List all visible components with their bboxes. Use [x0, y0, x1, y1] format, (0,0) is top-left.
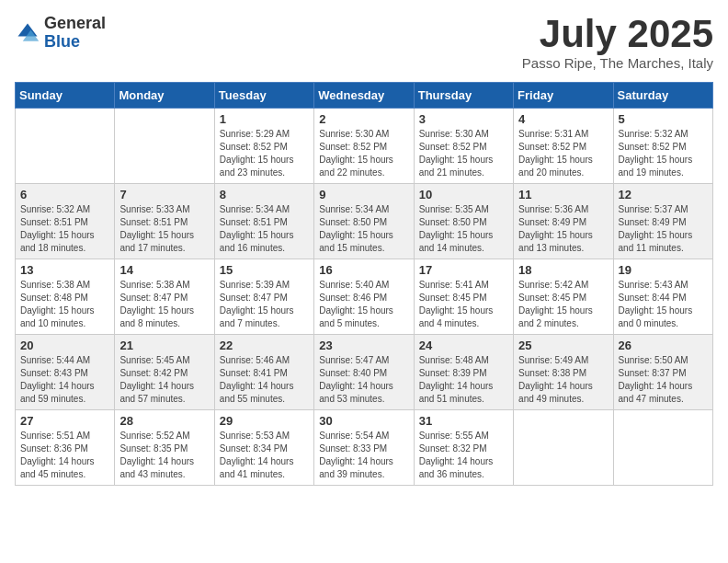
cell-content: Sunrise: 5:38 AM Sunset: 8:48 PM Dayligh…: [20, 279, 109, 330]
cell-content: Sunrise: 5:33 AM Sunset: 8:51 PM Dayligh…: [119, 203, 209, 255]
cell-content: Sunrise: 5:37 AM Sunset: 8:49 PM Dayligh…: [619, 203, 708, 255]
calendar-cell: 19Sunrise: 5:43 AM Sunset: 8:44 PM Dayli…: [613, 259, 712, 335]
calendar-cell: 17Sunrise: 5:41 AM Sunset: 8:45 PM Dayli…: [414, 259, 513, 335]
cell-content: Sunrise: 5:48 AM Sunset: 8:39 PM Dayligh…: [419, 354, 508, 406]
header-wednesday: Wednesday: [314, 83, 414, 109]
day-number: 6: [20, 188, 109, 201]
logo-text: General Blue: [44, 15, 106, 52]
day-number: 10: [419, 188, 508, 201]
calendar-cell: 6Sunrise: 5:32 AM Sunset: 8:51 PM Daylig…: [16, 184, 115, 259]
calendar-cell: 26Sunrise: 5:50 AM Sunset: 8:37 PM Dayli…: [613, 335, 712, 410]
cell-content: Sunrise: 5:53 AM Sunset: 8:34 PM Dayligh…: [220, 430, 309, 481]
calendar-cell: 28Sunrise: 5:52 AM Sunset: 8:35 PM Dayli…: [115, 410, 214, 486]
location: Passo Ripe, The Marches, Italy: [522, 55, 713, 71]
header-saturday: Saturday: [613, 83, 712, 109]
cell-content: Sunrise: 5:36 AM Sunset: 8:49 PM Dayligh…: [518, 203, 608, 255]
cell-content: Sunrise: 5:44 AM Sunset: 8:43 PM Dayligh…: [20, 354, 109, 406]
day-number: 20: [20, 339, 109, 352]
day-number: 9: [319, 188, 408, 201]
day-number: 2: [319, 112, 408, 126]
cell-content: Sunrise: 5:54 AM Sunset: 8:33 PM Dayligh…: [319, 430, 408, 481]
calendar-cell: 5Sunrise: 5:32 AM Sunset: 8:52 PM Daylig…: [613, 109, 712, 184]
calendar-cell: [16, 109, 115, 184]
calendar-cell: 18Sunrise: 5:42 AM Sunset: 8:45 PM Dayli…: [514, 259, 613, 335]
cell-content: Sunrise: 5:46 AM Sunset: 8:41 PM Dayligh…: [220, 354, 309, 406]
cell-content: Sunrise: 5:35 AM Sunset: 8:50 PM Dayligh…: [419, 203, 508, 255]
day-number: 15: [220, 263, 309, 277]
logo-icon: [15, 20, 40, 46]
calendar-header-row: SundayMondayTuesdayWednesdayThursdayFrid…: [16, 83, 713, 109]
cell-content: Sunrise: 5:43 AM Sunset: 8:44 PM Dayligh…: [619, 279, 708, 330]
day-number: 1: [220, 112, 309, 126]
day-number: 25: [518, 339, 608, 352]
calendar-cell: [514, 410, 613, 486]
day-number: 24: [419, 339, 508, 352]
cell-content: Sunrise: 5:32 AM Sunset: 8:51 PM Dayligh…: [20, 203, 109, 255]
calendar-cell: 29Sunrise: 5:53 AM Sunset: 8:34 PM Dayli…: [214, 410, 313, 486]
day-number: 17: [419, 263, 508, 277]
calendar-cell: 22Sunrise: 5:46 AM Sunset: 8:41 PM Dayli…: [214, 335, 313, 410]
day-number: 28: [119, 414, 209, 428]
header-monday: Monday: [115, 83, 214, 109]
header-thursday: Thursday: [414, 83, 513, 109]
cell-content: Sunrise: 5:32 AM Sunset: 8:52 PM Dayligh…: [619, 128, 708, 179]
header-friday: Friday: [514, 83, 613, 109]
calendar-week-4: 20Sunrise: 5:44 AM Sunset: 8:43 PM Dayli…: [16, 335, 713, 410]
day-number: 18: [518, 263, 608, 277]
logo-general: General: [44, 15, 106, 33]
day-number: 16: [319, 263, 408, 277]
cell-content: Sunrise: 5:40 AM Sunset: 8:46 PM Dayligh…: [319, 279, 408, 330]
cell-content: Sunrise: 5:51 AM Sunset: 8:36 PM Dayligh…: [20, 430, 109, 481]
cell-content: Sunrise: 5:29 AM Sunset: 8:52 PM Dayligh…: [220, 128, 309, 179]
calendar-cell: 16Sunrise: 5:40 AM Sunset: 8:46 PM Dayli…: [314, 259, 414, 335]
calendar-cell: [115, 109, 214, 184]
calendar-cell: 30Sunrise: 5:54 AM Sunset: 8:33 PM Dayli…: [314, 410, 414, 486]
day-number: 11: [518, 188, 608, 201]
title-section: July 2025 Passo Ripe, The Marches, Italy: [522, 15, 713, 71]
calendar-cell: 9Sunrise: 5:34 AM Sunset: 8:50 PM Daylig…: [314, 184, 414, 259]
day-number: 19: [619, 263, 708, 277]
cell-content: Sunrise: 5:38 AM Sunset: 8:47 PM Dayligh…: [119, 279, 209, 330]
logo: General Blue: [15, 15, 106, 52]
day-number: 12: [619, 188, 708, 201]
calendar-cell: 15Sunrise: 5:39 AM Sunset: 8:47 PM Dayli…: [214, 259, 313, 335]
calendar-cell: 31Sunrise: 5:55 AM Sunset: 8:32 PM Dayli…: [414, 410, 513, 486]
day-number: 5: [619, 112, 708, 126]
day-number: 14: [119, 263, 209, 277]
day-number: 4: [518, 112, 608, 126]
day-number: 7: [119, 188, 209, 201]
cell-content: Sunrise: 5:39 AM Sunset: 8:47 PM Dayligh…: [220, 279, 309, 330]
calendar-week-5: 27Sunrise: 5:51 AM Sunset: 8:36 PM Dayli…: [16, 410, 713, 486]
calendar-cell: [613, 410, 712, 486]
calendar-week-1: 1Sunrise: 5:29 AM Sunset: 8:52 PM Daylig…: [16, 109, 713, 184]
page-header: General Blue July 2025 Passo Ripe, The M…: [15, 15, 713, 71]
day-number: 3: [419, 112, 508, 126]
calendar-cell: 21Sunrise: 5:45 AM Sunset: 8:42 PM Dayli…: [115, 335, 214, 410]
day-number: 13: [20, 263, 109, 277]
day-number: 26: [619, 339, 708, 352]
header-tuesday: Tuesday: [214, 83, 313, 109]
cell-content: Sunrise: 5:41 AM Sunset: 8:45 PM Dayligh…: [419, 279, 508, 330]
cell-content: Sunrise: 5:34 AM Sunset: 8:50 PM Dayligh…: [319, 203, 408, 255]
calendar-cell: 23Sunrise: 5:47 AM Sunset: 8:40 PM Dayli…: [314, 335, 414, 410]
calendar-cell: 11Sunrise: 5:36 AM Sunset: 8:49 PM Dayli…: [514, 184, 613, 259]
cell-content: Sunrise: 5:31 AM Sunset: 8:52 PM Dayligh…: [518, 128, 608, 179]
calendar-cell: 4Sunrise: 5:31 AM Sunset: 8:52 PM Daylig…: [514, 109, 613, 184]
cell-content: Sunrise: 5:55 AM Sunset: 8:32 PM Dayligh…: [419, 430, 508, 481]
cell-content: Sunrise: 5:47 AM Sunset: 8:40 PM Dayligh…: [319, 354, 408, 406]
logo-blue: Blue: [44, 33, 106, 52]
day-number: 30: [319, 414, 408, 428]
cell-content: Sunrise: 5:45 AM Sunset: 8:42 PM Dayligh…: [119, 354, 209, 406]
cell-content: Sunrise: 5:42 AM Sunset: 8:45 PM Dayligh…: [518, 279, 608, 330]
calendar-cell: 10Sunrise: 5:35 AM Sunset: 8:50 PM Dayli…: [414, 184, 513, 259]
day-number: 8: [220, 188, 309, 201]
cell-content: Sunrise: 5:49 AM Sunset: 8:38 PM Dayligh…: [518, 354, 608, 406]
day-number: 22: [220, 339, 309, 352]
day-number: 21: [119, 339, 209, 352]
calendar-cell: 24Sunrise: 5:48 AM Sunset: 8:39 PM Dayli…: [414, 335, 513, 410]
calendar-cell: 13Sunrise: 5:38 AM Sunset: 8:48 PM Dayli…: [16, 259, 115, 335]
cell-content: Sunrise: 5:50 AM Sunset: 8:37 PM Dayligh…: [619, 354, 708, 406]
calendar-cell: 20Sunrise: 5:44 AM Sunset: 8:43 PM Dayli…: [16, 335, 115, 410]
calendar-cell: 12Sunrise: 5:37 AM Sunset: 8:49 PM Dayli…: [613, 184, 712, 259]
calendar-cell: 2Sunrise: 5:30 AM Sunset: 8:52 PM Daylig…: [314, 109, 414, 184]
